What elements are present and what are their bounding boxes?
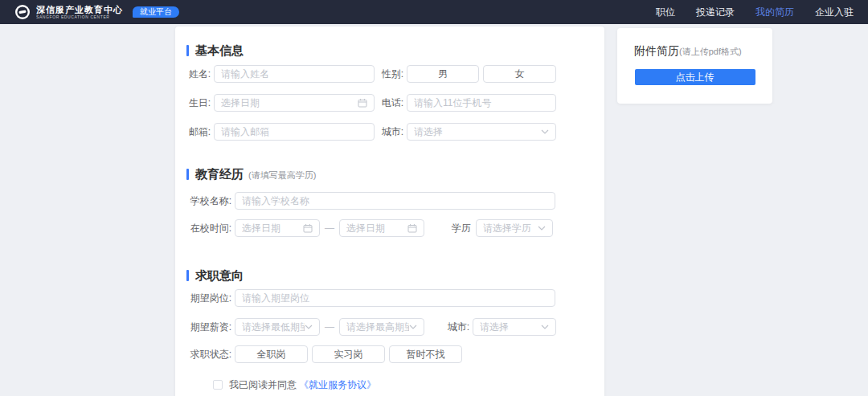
- email-label: 邮箱:: [186, 123, 211, 141]
- expected-position-label: 期望岗位:: [186, 289, 231, 307]
- employment-platform-badge: 就业平台: [133, 6, 179, 18]
- section-accent-bar: [186, 270, 189, 281]
- period-end-date-picker[interactable]: 选择日期: [339, 219, 424, 237]
- chevron-down-icon: [541, 325, 549, 329]
- intention-city-label: 城市:: [445, 318, 469, 336]
- job-intention-title-text: 求职意向: [195, 268, 244, 284]
- status-intern-button[interactable]: 实习岗: [312, 345, 385, 363]
- chevron-down-icon: [538, 226, 546, 231]
- city-placeholder: 请选择: [414, 125, 541, 139]
- attachment-title: 附件简历: [634, 44, 679, 59]
- birthday-placeholder: 选择日期: [221, 96, 358, 110]
- brand-name-cn: 深信服产业教育中心: [36, 5, 123, 14]
- resume-form-card: 基本信息 姓名: 性别: 男 女 生日: 选择日期 电话:: [175, 27, 604, 396]
- email-input[interactable]: [214, 123, 375, 141]
- calendar-icon: [407, 223, 417, 233]
- intention-city-placeholder: 请选择: [480, 320, 541, 334]
- degree-select[interactable]: 请选择学历: [476, 219, 553, 237]
- status-fulltime-button[interactable]: 全职岗: [235, 345, 308, 363]
- salary-range-separator: —: [320, 321, 339, 333]
- service-agreement-link[interactable]: 《就业服务协议》: [299, 378, 376, 392]
- nav-item-my-resume[interactable]: 我的简历: [755, 6, 794, 19]
- job-status-label: 求职状态:: [186, 345, 231, 363]
- degree-placeholder: 请选择学历: [483, 222, 538, 235]
- name-label: 姓名:: [186, 65, 211, 83]
- degree-label: 学历: [448, 219, 471, 237]
- basic-info-title-text: 基本信息: [195, 43, 244, 59]
- row-birthday-phone: 生日: 选择日期 电话:: [186, 94, 593, 112]
- nav-item-jobs[interactable]: 职位: [656, 6, 675, 19]
- school-period-label: 在校时间:: [186, 219, 231, 237]
- nav-item-applications[interactable]: 投递记录: [696, 6, 735, 19]
- calendar-icon: [303, 223, 313, 233]
- period-start-placeholder: 选择日期: [242, 222, 303, 235]
- intention-city-select[interactable]: 请选择: [473, 318, 556, 336]
- nav-menu: 职位 投递记录 我的简历 企业入驻: [656, 6, 854, 19]
- row-job-status: 求职状态: 全职岗 实习岗 暂时不找: [186, 345, 593, 363]
- gender-female-button[interactable]: 女: [483, 65, 556, 83]
- row-school-period: 在校时间: 选择日期 — 选择日期 学历: [186, 219, 593, 237]
- agreement-text: 我已阅读并同意: [229, 378, 297, 392]
- education-subtitle: (请填写最高学历): [248, 167, 316, 182]
- education-title-text: 教育经历: [195, 167, 244, 182]
- expected-position-input[interactable]: [235, 289, 555, 307]
- attachment-title-row: 附件简历 (请上传pdf格式): [634, 44, 755, 59]
- section-accent-bar: [186, 169, 189, 180]
- brand[interactable]: 深信服产业教育中心 SANGFOR EDUCATION CENTER 就业平台: [14, 4, 179, 20]
- salary-min-select[interactable]: 请选择最低期望薪资: [235, 318, 320, 336]
- job-intention-section-title: 求职意向: [186, 269, 593, 282]
- birthday-label: 生日:: [186, 94, 211, 112]
- attachment-subtitle: (请上传pdf格式): [679, 46, 742, 58]
- chevron-down-icon: [305, 325, 313, 329]
- chevron-down-icon: [409, 325, 417, 329]
- education-section-title: 教育经历 (请填写最高学历): [186, 168, 593, 181]
- chevron-down-icon: [541, 129, 549, 134]
- attachment-resume-card: 附件简历 (请上传pdf格式) 点击上传: [617, 28, 772, 104]
- salary-max-placeholder: 请选择最高期望薪资: [346, 320, 409, 334]
- school-input[interactable]: [235, 192, 555, 210]
- brand-text: 深信服产业教育中心 SANGFOR EDUCATION CENTER: [36, 5, 123, 20]
- phone-label: 电话:: [378, 94, 403, 112]
- period-end-placeholder: 选择日期: [346, 222, 407, 235]
- status-not-looking-button[interactable]: 暂时不找: [389, 345, 462, 363]
- salary-max-select[interactable]: 请选择最高期望薪资: [339, 318, 424, 336]
- birthday-date-picker[interactable]: 选择日期: [214, 94, 375, 112]
- date-range-separator: —: [320, 222, 339, 234]
- row-school: 学校名称:: [186, 192, 593, 210]
- sangfor-logo-icon: [14, 4, 31, 20]
- agreement-checkbox[interactable]: [213, 380, 223, 390]
- top-navbar: 深信服产业教育中心 SANGFOR EDUCATION CENTER 就业平台 …: [0, 0, 868, 24]
- basic-info-section-title: 基本信息: [186, 44, 593, 57]
- row-email-city: 邮箱: 城市: 请选择: [186, 123, 593, 141]
- school-label: 学校名称:: [186, 192, 231, 210]
- row-expected-salary: 期望薪资: 请选择最低期望薪资 — 请选择最高期望薪资 城市: 请选择: [186, 318, 593, 336]
- agreement-row: 我已阅读并同意 《就业服务协议》: [213, 379, 593, 390]
- brand-name-en: SANGFOR EDUCATION CENTER: [36, 14, 123, 20]
- section-accent-bar: [186, 45, 189, 56]
- expected-salary-label: 期望薪资:: [186, 318, 231, 336]
- row-expected-position: 期望岗位:: [186, 289, 593, 307]
- city-label: 城市:: [378, 123, 403, 141]
- phone-input[interactable]: [407, 94, 556, 112]
- upload-button[interactable]: 点击上传: [635, 69, 755, 85]
- city-select[interactable]: 请选择: [407, 123, 556, 141]
- nav-item-company-join[interactable]: 企业入驻: [815, 6, 854, 19]
- row-name-gender: 姓名: 性别: 男 女: [186, 65, 593, 83]
- gender-label: 性别:: [378, 65, 403, 83]
- period-start-date-picker[interactable]: 选择日期: [235, 219, 320, 237]
- calendar-icon: [358, 98, 367, 108]
- gender-male-button[interactable]: 男: [407, 65, 479, 83]
- name-input[interactable]: [214, 65, 375, 83]
- salary-min-placeholder: 请选择最低期望薪资: [242, 320, 305, 334]
